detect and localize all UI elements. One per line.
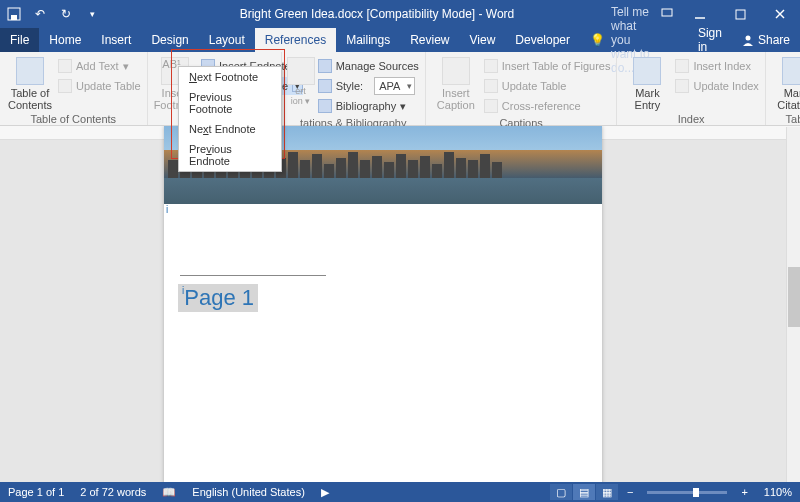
status-bar: Page 1 of 1 2 of 72 words 📖 English (Uni… bbox=[0, 482, 800, 502]
ribbon: Table of Contents Add Text ▾ Update Tabl… bbox=[0, 52, 800, 126]
scroll-thumb[interactable] bbox=[788, 267, 800, 327]
style-icon bbox=[318, 79, 332, 93]
tab-home[interactable]: Home bbox=[39, 28, 91, 52]
tell-me-box[interactable]: 💡 Tell me what you want to do... bbox=[580, 28, 668, 52]
insert-citation-button[interactable]: ertion ▾ bbox=[288, 55, 314, 107]
status-language[interactable]: English (United States) bbox=[184, 486, 313, 498]
status-proof-icon[interactable]: 📖 bbox=[154, 486, 184, 499]
status-page[interactable]: Page 1 of 1 bbox=[0, 486, 72, 498]
cross-reference-button[interactable]: Cross-reference bbox=[484, 97, 611, 115]
page-number-value: Page 1 bbox=[184, 285, 254, 310]
view-web-icon[interactable]: ▦ bbox=[596, 484, 618, 500]
add-text-button[interactable]: Add Text ▾ bbox=[58, 57, 141, 75]
caption-icon bbox=[442, 57, 470, 85]
mark-entry-icon bbox=[633, 57, 661, 85]
view-buttons: ▢ ▤ ▦ bbox=[550, 484, 619, 500]
style-select[interactable]: Style: APA bbox=[318, 77, 419, 95]
group-toa: Mark Citation Table of Authorities bbox=[766, 52, 800, 125]
dd-next-footnote[interactable]: Next Footnote bbox=[179, 67, 281, 87]
toc-big-label: Table of Contents bbox=[8, 87, 52, 111]
zoom-in[interactable]: + bbox=[733, 486, 755, 498]
share-button[interactable]: Share bbox=[732, 28, 800, 52]
svg-rect-1 bbox=[11, 15, 17, 20]
sign-in-link[interactable]: Sign in bbox=[688, 28, 732, 52]
group-toc-label: Table of Contents bbox=[6, 111, 141, 125]
page-number-text[interactable]: iPage 1 bbox=[178, 284, 258, 312]
group-captions: Insert Caption Insert Table of Figures U… bbox=[426, 52, 618, 125]
status-words[interactable]: 2 of 72 words bbox=[72, 486, 154, 498]
title-bar: ↶ ↻ ▾ Bright Green Idea.docx [Compatibil… bbox=[0, 0, 800, 28]
close-button[interactable] bbox=[760, 0, 800, 28]
zoom-slider[interactable] bbox=[647, 491, 727, 494]
update-index-button[interactable]: Update Index bbox=[675, 77, 758, 95]
svg-rect-2 bbox=[662, 9, 672, 16]
status-macro-icon[interactable]: ▶ bbox=[313, 486, 337, 499]
ribbon-tabs: File Home Insert Design Layout Reference… bbox=[0, 28, 800, 52]
update-icon bbox=[58, 79, 72, 93]
bibliography-button[interactable]: Bibliography ▾ bbox=[318, 97, 419, 115]
tab-developer[interactable]: Developer bbox=[505, 28, 580, 52]
dd-prev-endnote[interactable]: Previous Endnote bbox=[179, 139, 281, 171]
add-text-icon bbox=[58, 59, 72, 73]
mark-citation-icon bbox=[782, 57, 800, 85]
insert-index-button[interactable]: Insert Index bbox=[675, 57, 758, 75]
save-icon[interactable] bbox=[6, 6, 22, 22]
insert-caption-button[interactable]: Insert Caption bbox=[432, 55, 480, 111]
style-value[interactable]: APA bbox=[374, 77, 415, 95]
insert-tof-button[interactable]: Insert Table of Figures bbox=[484, 57, 611, 75]
tab-references[interactable]: References bbox=[255, 28, 336, 52]
zoom-out[interactable]: − bbox=[619, 486, 641, 498]
group-index: Mark Entry Insert Index Update Index Ind… bbox=[617, 52, 765, 125]
minimize-button[interactable] bbox=[680, 0, 720, 28]
manage-sources-button[interactable]: Manage Sources bbox=[318, 57, 419, 75]
citation-icon bbox=[287, 57, 315, 85]
dd-next-endnote[interactable]: Next Endnote bbox=[179, 119, 281, 139]
maximize-button[interactable] bbox=[720, 0, 760, 28]
quick-access-toolbar: ↶ ↻ ▾ bbox=[0, 6, 100, 22]
svg-point-7 bbox=[745, 36, 750, 41]
share-label: Share bbox=[758, 33, 790, 47]
tab-file[interactable]: File bbox=[0, 28, 39, 52]
biblio-icon bbox=[318, 99, 332, 113]
tab-view[interactable]: View bbox=[460, 28, 506, 52]
tab-review[interactable]: Review bbox=[400, 28, 459, 52]
document-area: i iPage 1 bbox=[0, 126, 800, 482]
tab-design[interactable]: Design bbox=[141, 28, 198, 52]
document-page[interactable]: i iPage 1 bbox=[164, 126, 602, 482]
mark-entry-button[interactable]: Mark Entry bbox=[623, 55, 671, 111]
update-tof-button[interactable]: Update Table bbox=[484, 77, 611, 95]
redo-icon[interactable]: ↻ bbox=[58, 6, 74, 22]
person-icon bbox=[742, 34, 754, 46]
view-print-icon[interactable]: ▤ bbox=[573, 484, 595, 500]
svg-rect-4 bbox=[736, 10, 745, 19]
update-toc-button[interactable]: Update Table bbox=[58, 77, 141, 95]
group-citations: ertion ▾ Manage Sources Style: APA Bibli… bbox=[282, 52, 426, 125]
group-index-label: Index bbox=[623, 111, 758, 125]
tab-insert[interactable]: Insert bbox=[91, 28, 141, 52]
tab-mailings[interactable]: Mailings bbox=[336, 28, 400, 52]
vertical-scrollbar[interactable] bbox=[786, 127, 800, 482]
footnote-separator bbox=[180, 275, 326, 276]
window-title: Bright Green Idea.docx [Compatibility Mo… bbox=[100, 7, 654, 21]
zoom-level[interactable]: 110% bbox=[756, 486, 800, 498]
view-read-icon[interactable]: ▢ bbox=[550, 484, 572, 500]
next-footnote-dropdown: Next Footnote Previous Footnote Next End… bbox=[178, 66, 282, 172]
sources-icon bbox=[318, 59, 332, 73]
toc-button[interactable]: Table of Contents bbox=[6, 55, 54, 111]
mark-citation-button[interactable]: Mark Citation bbox=[772, 55, 800, 111]
toc-icon bbox=[16, 57, 44, 85]
zoom-thumb[interactable] bbox=[693, 488, 699, 497]
group-toc: Table of Contents Add Text ▾ Update Tabl… bbox=[0, 52, 148, 125]
tab-layout[interactable]: Layout bbox=[199, 28, 255, 52]
dd-prev-footnote[interactable]: Previous Footnote bbox=[179, 87, 281, 119]
lightbulb-icon: 💡 bbox=[590, 33, 605, 47]
qat-more-icon[interactable]: ▾ bbox=[84, 6, 100, 22]
undo-icon[interactable]: ↶ bbox=[32, 6, 48, 22]
